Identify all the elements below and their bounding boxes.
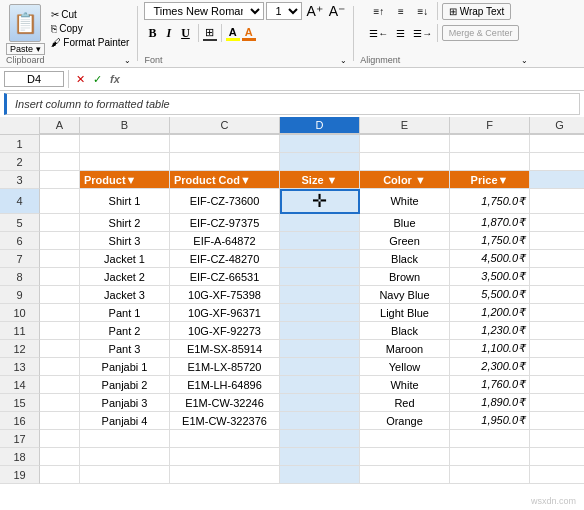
- cell-A7[interactable]: [40, 250, 80, 268]
- cell-D9[interactable]: [280, 286, 360, 304]
- cell-E19[interactable]: [360, 466, 450, 484]
- cell-F7[interactable]: 4,500.0₹: [450, 250, 530, 268]
- cell-C13[interactable]: E1M-LX-85720: [170, 358, 280, 376]
- cell-D8[interactable]: [280, 268, 360, 286]
- row-num-7[interactable]: 7: [0, 250, 40, 268]
- row-num-1[interactable]: 1: [0, 135, 40, 153]
- row-num-13[interactable]: 13: [0, 358, 40, 376]
- cell-B17[interactable]: [80, 430, 170, 448]
- wrap-text-button[interactable]: ⊞ Wrap Text: [442, 3, 511, 20]
- cell-E2[interactable]: [360, 153, 450, 171]
- cell-E14[interactable]: White: [360, 376, 450, 394]
- cell-G19[interactable]: [530, 466, 584, 484]
- format-painter-button[interactable]: 🖌 Format Painter: [49, 36, 132, 49]
- cell-A19[interactable]: [40, 466, 80, 484]
- cell-F8[interactable]: 3,500.0₹: [450, 268, 530, 286]
- cell-G9[interactable]: [530, 286, 584, 304]
- cell-C2[interactable]: [170, 153, 280, 171]
- align-bottom-button[interactable]: ≡↓: [413, 2, 433, 20]
- cell-A9[interactable]: [40, 286, 80, 304]
- cell-F9[interactable]: 5,500.0₹: [450, 286, 530, 304]
- row-num-18[interactable]: 18: [0, 448, 40, 466]
- col-header-A[interactable]: A: [40, 117, 80, 134]
- cell-G12[interactable]: [530, 340, 584, 358]
- merge-center-button[interactable]: Merge & Center: [442, 25, 520, 41]
- fill-color-button[interactable]: A: [226, 26, 240, 41]
- cell-D10[interactable]: [280, 304, 360, 322]
- cell-F6[interactable]: 1,750.0₹: [450, 232, 530, 250]
- cell-A18[interactable]: [40, 448, 80, 466]
- underline-button[interactable]: U: [177, 25, 194, 42]
- cell-G6[interactable]: [530, 232, 584, 250]
- cell-C14[interactable]: E1M-LH-64896: [170, 376, 280, 394]
- cell-E11[interactable]: Black: [360, 322, 450, 340]
- cell-G17[interactable]: [530, 430, 584, 448]
- cell-E4[interactable]: White: [360, 189, 450, 214]
- clipboard-expand[interactable]: ⌄: [124, 56, 131, 65]
- cell-G1[interactable]: [530, 135, 584, 153]
- cell-C6[interactable]: EIF-A-64872: [170, 232, 280, 250]
- cell-D18[interactable]: [280, 448, 360, 466]
- cell-C11[interactable]: 10G-XF-92273: [170, 322, 280, 340]
- cell-G10[interactable]: [530, 304, 584, 322]
- align-middle-button[interactable]: ≡: [391, 2, 411, 20]
- cell-C7[interactable]: EIF-CZ-48270: [170, 250, 280, 268]
- row-num-11[interactable]: 11: [0, 322, 40, 340]
- cell-A13[interactable]: [40, 358, 80, 376]
- cell-B11[interactable]: Pant 2: [80, 322, 170, 340]
- cell-D13[interactable]: [280, 358, 360, 376]
- cell-D15[interactable]: [280, 394, 360, 412]
- cell-C15[interactable]: E1M-CW-32246: [170, 394, 280, 412]
- cell-E6[interactable]: Green: [360, 232, 450, 250]
- cell-E7[interactable]: Black: [360, 250, 450, 268]
- copy-button[interactable]: ⎘ Copy: [49, 22, 132, 35]
- cell-F5[interactable]: 1,870.0₹: [450, 214, 530, 232]
- cell-C18[interactable]: [170, 448, 280, 466]
- cell-A2[interactable]: [40, 153, 80, 171]
- border-button[interactable]: ⊞: [203, 26, 217, 41]
- cell-G8[interactable]: [530, 268, 584, 286]
- cell-G13[interactable]: [530, 358, 584, 376]
- cell-F17[interactable]: [450, 430, 530, 448]
- cell-F11[interactable]: 1,230.0₹: [450, 322, 530, 340]
- cell-E15[interactable]: Red: [360, 394, 450, 412]
- cell-B2[interactable]: [80, 153, 170, 171]
- cell-D16[interactable]: [280, 412, 360, 430]
- cell-E16[interactable]: Orange: [360, 412, 450, 430]
- cell-F12[interactable]: 1,100.0₹: [450, 340, 530, 358]
- cell-B15[interactable]: Panjabi 3: [80, 394, 170, 412]
- cell-F10[interactable]: 1,200.0₹: [450, 304, 530, 322]
- cell-F14[interactable]: 1,760.0₹: [450, 376, 530, 394]
- paste-button[interactable]: 📋: [9, 4, 41, 42]
- cell-D14[interactable]: [280, 376, 360, 394]
- cell-D6[interactable]: [280, 232, 360, 250]
- row-num-2[interactable]: 2: [0, 153, 40, 171]
- decrease-font-button[interactable]: A⁻: [327, 3, 347, 19]
- cell-D5[interactable]: [280, 214, 360, 232]
- cell-A14[interactable]: [40, 376, 80, 394]
- cell-D4[interactable]: ✛: [280, 189, 360, 214]
- cell-E3[interactable]: Color ▼: [360, 171, 450, 189]
- cell-C3[interactable]: Product Cod▼: [170, 171, 280, 189]
- cell-A6[interactable]: [40, 232, 80, 250]
- cell-G14[interactable]: [530, 376, 584, 394]
- align-left-button[interactable]: ☰←: [369, 24, 389, 42]
- font-color-button[interactable]: A: [242, 26, 256, 41]
- cell-B5[interactable]: Shirt 2: [80, 214, 170, 232]
- row-num-12[interactable]: 12: [0, 340, 40, 358]
- cell-F18[interactable]: [450, 448, 530, 466]
- cell-A5[interactable]: [40, 214, 80, 232]
- row-num-15[interactable]: 15: [0, 394, 40, 412]
- cell-E17[interactable]: [360, 430, 450, 448]
- col-header-E[interactable]: E: [360, 117, 450, 134]
- cell-A16[interactable]: [40, 412, 80, 430]
- align-top-button[interactable]: ≡↑: [369, 2, 389, 20]
- name-box[interactable]: [4, 71, 64, 87]
- cell-G15[interactable]: [530, 394, 584, 412]
- font-size-select[interactable]: 11: [266, 2, 302, 20]
- cell-E9[interactable]: Navy Blue: [360, 286, 450, 304]
- col-header-C[interactable]: C: [170, 117, 280, 134]
- cell-G7[interactable]: [530, 250, 584, 268]
- cell-C16[interactable]: E1M-CW-322376: [170, 412, 280, 430]
- cell-B7[interactable]: Jacket 1: [80, 250, 170, 268]
